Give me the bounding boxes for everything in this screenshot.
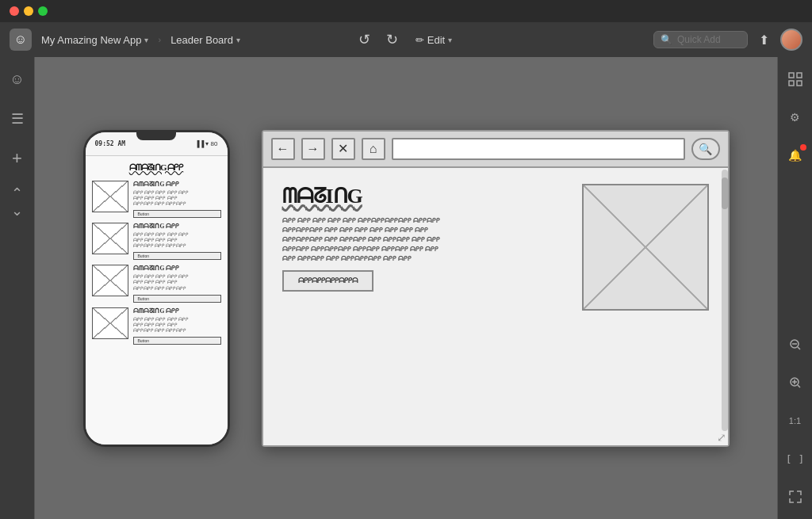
- zoom-out-button[interactable]: [783, 332, 808, 357]
- share-button[interactable]: ⬆: [754, 29, 774, 51]
- smiley-icon[interactable]: ☺: [5, 67, 30, 92]
- page-name-menu[interactable]: Leader Board ▾: [164, 31, 247, 49]
- menu-bar: ☺ My Amazing New App ▾ › Leader Board ▾ …: [0, 22, 812, 57]
- search-input[interactable]: [677, 34, 741, 45]
- phone-item-desc: ᗩᑭᑭ ᗩᑭᑭ ᗩᑭᑭ ᗩᑭᑭ ᗩᑭᑭᗩᑭᑭ ᗩᑭᑭ ᗩᑭᑭ ᗩᑭᑭᗩᑭᑭᗩᑭᑭ…: [133, 317, 221, 334]
- right-sidebar: ⚙ 🔔 1:1 [ ]: [777, 57, 812, 519]
- browser-search-button[interactable]: 🔍: [691, 138, 720, 160]
- svg-rect-1: [797, 73, 802, 78]
- title-bar: [0, 0, 812, 22]
- svg-line-10: [798, 385, 800, 387]
- phone-image-placeholder: [92, 223, 128, 254]
- browser-content: ᗰᗩᘔIᑎG ᗩᑭᑭ ᗩᑭᑭ ᗩᑭᑭ ᗩᑭᑭ ᗩᑭᑭ ᗩᑭᑭᗩᑭᑭᗩᑭᑭᗩᑭᑭ …: [263, 168, 728, 445]
- browser-content-row: ᗰᗩᘔIᑎG ᗩᑭᑭ ᗩᑭᑭ ᗩᑭᑭ ᗩᑭᑭ ᗩᑭᑭ ᗩᑭᑭᗩᑭᑭᗩᑭᑭᗩᑭᑭ …: [282, 184, 709, 311]
- phone-item-title: ᗩᗰᗩᘔIᑎG ᗩᑭᑭ: [133, 181, 221, 189]
- notification-icon[interactable]: 🔔: [783, 143, 808, 168]
- phone-status-icons: ▐▐ ▾ 80: [195, 140, 218, 147]
- traffic-lights: [10, 6, 48, 16]
- phone-image-placeholder: [92, 307, 128, 339]
- redo-button[interactable]: ↻: [381, 28, 403, 52]
- edit-menu[interactable]: ✏ Edit ▾: [409, 31, 458, 49]
- browser-image-placeholder: [582, 184, 709, 311]
- settings-icon[interactable]: ⚙: [783, 105, 808, 130]
- app-name-menu[interactable]: My Amazing New App ▾: [35, 31, 155, 49]
- close-tab-button[interactable]: ✕: [331, 138, 355, 160]
- menu-icon[interactable]: ☰: [5, 106, 30, 132]
- edit-label: Edit: [427, 34, 445, 46]
- app-chevron-icon: ▾: [144, 36, 148, 44]
- edit-chevron-icon: ▾: [448, 36, 452, 44]
- left-sidebar: ☺ ☰ + ⌃ ⌄: [0, 57, 35, 519]
- bracket-icon[interactable]: [ ]: [783, 446, 808, 471]
- browser-wireframe: ← → ✕ ⌂ 🔍 ᗰᗩᘔIᑎG ᗩᑭᑭ ᗩᑭᑭ: [262, 130, 730, 447]
- browser-paragraph: ᗩᑭᑭ ᗩᑭᑭ ᗩᑭᑭ ᗩᑭᑭ ᗩᑭᑭ ᗩᑭᑭᗩᑭᑭᗩᑭᑭᗩᑭᑭ ᗩᑭᑭᗩᑭᑭ …: [282, 216, 566, 264]
- undo-button[interactable]: ↺: [354, 28, 375, 52]
- phone-item-title: ᗩᗰᗩᘔIᑎG ᗩᑭᑭ: [133, 265, 221, 273]
- svg-line-6: [798, 347, 800, 349]
- phone-image-placeholder: [92, 265, 128, 296]
- expand-icon[interactable]: [783, 484, 808, 509]
- phone-item-button[interactable]: Button: [133, 252, 221, 260]
- pencil-icon: ✏: [416, 34, 424, 46]
- phone-time: 09:52 AM: [95, 140, 126, 147]
- phone-item-title: ᗩᗰᗩᘔIᑎG ᗩᑭᑭ: [133, 223, 221, 231]
- browser-scrollbar[interactable]: [722, 170, 728, 431]
- phone-item-text: ᗩᗰᗩᘔIᑎG ᗩᑭᑭ ᗩᑭᑭ ᗩᑭᑭ ᗩᑭᑭ ᗩᑭᑭ ᗩᑭᑭᗩᑭᑭ ᗩᑭᑭ ᗩ…: [133, 181, 221, 218]
- resize-handle-icon[interactable]: ⤢: [717, 431, 726, 444]
- browser-toolbar: ← → ✕ ⌂ 🔍: [263, 132, 728, 168]
- url-bar[interactable]: [392, 138, 685, 160]
- list-item: ᗩᗰᗩᘔIᑎG ᗩᑭᑭ ᗩᑭᑭ ᗩᑭᑭ ᗩᑭᑭ ᗩᑭᑭ ᗩᑭᑭᗩᑭᑭ ᗩᑭᑭ ᗩ…: [92, 181, 221, 218]
- phone-item-desc: ᗩᑭᑭ ᗩᑭᑭ ᗩᑭᑭ ᗩᑭᑭ ᗩᑭᑭᗩᑭᑭ ᗩᑭᑭ ᗩᑭᑭ ᗩᑭᑭᗩᑭᑭᗩᑭᑭ…: [133, 190, 221, 207]
- zoom-level-label[interactable]: 1:1: [783, 408, 808, 433]
- close-button[interactable]: [10, 6, 19, 16]
- list-item: ᗩᗰᗩᘔIᑎG ᗩᑭᑭ ᗩᑭᑭ ᗩᑭᑭ ᗩᑭᑭ ᗩᑭᑭ ᗩᑭᑭᗩᑭᑭ ᗩᑭᑭ ᗩ…: [92, 307, 221, 345]
- browser-scrollbar-thumb[interactable]: [722, 177, 728, 209]
- phone-notch: [136, 132, 176, 140]
- canvas-content: 09:52 AM ▐▐ ▾ 80 ᗩᗰᗩᘔIᑎG ᗩᑭᑭ ᗩᗰᗩᘔIᑎG ᗩᑭᑭ…: [67, 114, 745, 463]
- phone-item-button[interactable]: Button: [133, 295, 221, 303]
- svg-rect-3: [797, 81, 802, 86]
- phone-image-placeholder: [92, 181, 128, 212]
- phone-item-title: ᗩᗰᗩᘔIᑎG ᗩᑭᑭ: [133, 307, 221, 315]
- browser-text-area: ᗰᗩᘔIᑎG ᗩᑭᑭ ᗩᑭᑭ ᗩᑭᑭ ᗩᑭᑭ ᗩᑭᑭ ᗩᑭᑭᗩᑭᑭᗩᑭᑭᗩᑭᑭ …: [282, 184, 566, 311]
- svg-rect-0: [789, 73, 794, 78]
- list-item: ᗩᗰᗩᘔIᑎG ᗩᑭᑭ ᗩᑭᑭ ᗩᑭᑭ ᗩᑭᑭ ᗩᑭᑭ ᗩᑭᑭᗩᑭᑭ ᗩᑭᑭ ᗩ…: [92, 223, 221, 260]
- menu-separator: ›: [158, 35, 161, 44]
- phone-item-desc: ᗩᑭᑭ ᗩᑭᑭ ᗩᑭᑭ ᗩᑭᑭ ᗩᑭᑭᗩᑭᑭ ᗩᑭᑭ ᗩᑭᑭ ᗩᑭᑭᗩᑭᑭᗩᑭᑭ…: [133, 274, 221, 291]
- home-button[interactable]: ⌂: [362, 138, 385, 160]
- search-icon: 🔍: [661, 34, 672, 45]
- phone-wireframe: 09:52 AM ▐▐ ▾ 80 ᗩᗰᗩᘔIᑎG ᗩᑭᑭ ᗩᗰᗩᘔIᑎG ᗩᑭᑭ…: [83, 130, 230, 447]
- phone-item-text: ᗩᗰᗩᘔIᑎG ᗩᑭᑭ ᗩᑭᑭ ᗩᑭᑭ ᗩᑭᑭ ᗩᑭᑭ ᗩᑭᑭᗩᑭᑭ ᗩᑭᑭ ᗩ…: [133, 307, 221, 345]
- component-icon[interactable]: [783, 67, 808, 92]
- chevron-up-icon[interactable]: ⌃: [5, 185, 30, 201]
- chevron-down-icon[interactable]: ⌄: [5, 203, 30, 219]
- browser-heading: ᗰᗩᘔIᑎG: [282, 184, 362, 208]
- app-icon: ☺: [10, 29, 32, 51]
- phone-item-button[interactable]: Button: [133, 210, 221, 218]
- zoom-in-button[interactable]: [783, 370, 808, 395]
- list-item: ᗩᗰᗩᘔIᑎG ᗩᑭᑭ ᗩᑭᑭ ᗩᑭᑭ ᗩᑭᑭ ᗩᑭᑭ ᗩᑭᑭᗩᑭᑭ ᗩᑭᑭ ᗩ…: [92, 265, 221, 302]
- page-name-label: Leader Board: [170, 34, 233, 46]
- browser-wrapper: ← → ✕ ⌂ 🔍 ᗰᗩᘔIᑎG ᗩᑭᑭ ᗩᑭᑭ: [262, 130, 730, 447]
- arrows-group: ⌃ ⌄: [5, 185, 30, 219]
- browser-cta-button[interactable]: ᗩᑭᑭᗩᑭᑭᗩᑭᑭᗩᑭᑭᗩ: [282, 270, 373, 292]
- user-avatar[interactable]: [780, 29, 802, 51]
- phone-app-title: ᗩᗰᗩᘔIᑎG ᗩᑭᑭ: [92, 162, 221, 173]
- plus-icon[interactable]: +: [5, 146, 30, 171]
- phone-body: ᗩᗰᗩᘔIᑎG ᗩᑭᑭ ᗩᗰᗩᘔIᑎG ᗩᑭᑭ ᗩᑭᑭ ᗩᑭᑭ ᗩᑭᑭ ᗩᑭᑭ …: [86, 156, 228, 445]
- minimize-button[interactable]: [24, 6, 33, 16]
- svg-rect-2: [789, 81, 794, 86]
- phone-item-text: ᗩᗰᗩᘔIᑎG ᗩᑭᑭ ᗩᑭᑭ ᗩᑭᑭ ᗩᑭᑭ ᗩᑭᑭ ᗩᑭᑭᗩᑭᑭ ᗩᑭᑭ ᗩ…: [133, 223, 221, 260]
- app-name-label: My Amazing New App: [41, 34, 141, 46]
- forward-button[interactable]: →: [301, 138, 325, 160]
- back-button[interactable]: ←: [271, 138, 295, 160]
- notification-badge: [800, 144, 806, 151]
- phone-item-desc: ᗩᑭᑭ ᗩᑭᑭ ᗩᑭᑭ ᗩᑭᑭ ᗩᑭᑭᗩᑭᑭ ᗩᑭᑭ ᗩᑭᑭ ᗩᑭᑭᗩᑭᑭᗩᑭᑭ…: [133, 232, 221, 249]
- canvas-area: 09:52 AM ▐▐ ▾ 80 ᗩᗰᗩᘔIᑎG ᗩᑭᑭ ᗩᗰᗩᘔIᑎG ᗩᑭᑭ…: [35, 57, 777, 519]
- menu-right: 🔍 ⬆: [653, 29, 802, 51]
- maximize-button[interactable]: [38, 6, 48, 16]
- main-container: ☺ ☰ + ⌃ ⌄ 09:52 AM ▐▐ ▾ 80 ᗩᗰᗩᘔIᑎG ᗩᑭᑭ: [0, 57, 812, 519]
- search-box[interactable]: 🔍: [653, 31, 748, 48]
- phone-item-button[interactable]: Button: [133, 337, 221, 345]
- menu-left: ☺ My Amazing New App ▾ › Leader Board ▾: [10, 29, 653, 51]
